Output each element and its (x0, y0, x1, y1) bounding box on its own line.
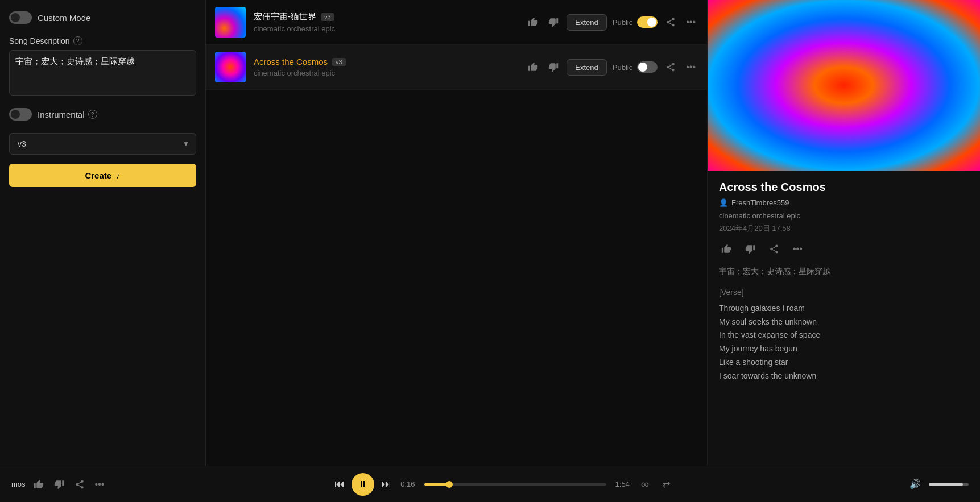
song-title: Across the Cosmos (254, 57, 328, 67)
like-button[interactable] (526, 15, 540, 30)
detail-actions: ••• (719, 242, 969, 256)
cover-image (708, 0, 980, 171)
public-label: Public (613, 63, 632, 72)
detail-dislike-button[interactable] (743, 242, 758, 256)
dislike-button[interactable] (546, 60, 561, 74)
progress-bar[interactable] (424, 483, 606, 486)
right-details: Across the Cosmos 👤 FreshTimbres559 cine… (708, 171, 980, 393)
public-toggle[interactable] (637, 61, 658, 73)
version-select-wrapper: v3 v2 v1 ▼ (9, 133, 196, 155)
lyrics-line: My soul seeks the unknown (719, 316, 969, 329)
more-button[interactable]: ••• (684, 60, 698, 74)
like-button[interactable] (526, 60, 540, 74)
song-thumbnail (215, 7, 246, 38)
end-time: 1:54 (615, 480, 630, 488)
version-select[interactable]: v3 v2 v1 (9, 133, 196, 155)
user-icon: 👤 (719, 198, 728, 207)
instrumental-toggle[interactable] (9, 108, 32, 121)
song-title-row: Across the Cosmos v3 (254, 57, 518, 67)
lyrics-line: Through galaxies I roam (719, 302, 969, 316)
player-center: ⏮ ⏸ ⏭ 0:16 1:54 ∞ ⇄ (115, 473, 891, 496)
player-like-button[interactable] (31, 477, 46, 492)
play-pause-button[interactable]: ⏸ (352, 473, 374, 496)
song-genre: cinematic orchestral epic (254, 69, 518, 77)
player-left-actions: ••• (31, 477, 107, 492)
player-share-button[interactable] (72, 477, 87, 492)
share-button[interactable] (663, 15, 678, 30)
loop-button[interactable]: ∞ (639, 475, 651, 493)
instrumental-label: Instrumental ? (38, 110, 97, 119)
detail-like-button[interactable] (719, 242, 734, 256)
player-controls: ⏮ ⏸ ⏭ (334, 473, 391, 496)
song-description-input[interactable]: 宇宙；宏大；史诗感；星际穿越 (9, 50, 196, 96)
next-button[interactable]: ⏭ (381, 478, 391, 490)
detail-description: 宇宙；宏大；史诗感；星际穿越 (719, 267, 969, 277)
song-info: 宏伟宇宙-猫世界 v3 cinematic orchestral epic (254, 11, 518, 33)
current-time: 0:16 (400, 480, 415, 488)
detail-genre: cinematic orchestral epic (719, 211, 969, 220)
music-icon: ♪ (116, 171, 121, 180)
progress-fill (424, 483, 450, 486)
song-genre: cinematic orchestral epic (254, 24, 518, 33)
song-title-row: 宏伟宇宙-猫世界 v3 (254, 11, 518, 22)
custom-mode-label: Custom Mode (38, 13, 90, 23)
custom-mode-row: Custom Mode (9, 11, 196, 24)
shuffle-button[interactable]: ⇄ (660, 476, 672, 492)
version-badge: v3 (321, 13, 334, 21)
player-more-button[interactable]: ••• (93, 477, 107, 492)
song-item[interactable]: 宏伟宇宙-猫世界 v3 cinematic orchestral epic Ex… (206, 0, 707, 45)
song-info: Across the Cosmos v3 cinematic orchestra… (254, 57, 518, 77)
extend-button[interactable]: Extend (567, 59, 606, 76)
detail-date: 2024年4月20日 17:58 (719, 223, 969, 234)
create-button[interactable]: Create ♪ (9, 164, 196, 187)
lyrics-line: In the vast expanse of space (719, 329, 969, 342)
lyrics-line: Like a shooting star (719, 356, 969, 370)
song-title: 宏伟宇宙-猫世界 (254, 11, 316, 22)
detail-more-button[interactable]: ••• (791, 242, 805, 256)
public-toggle[interactable] (637, 16, 658, 28)
player-bar: mos ••• ⏮ ⏸ ⏭ 0:16 1:54 ∞ ⇄ (0, 466, 980, 502)
player-dislike-button[interactable] (52, 477, 67, 492)
volume-bar[interactable] (929, 483, 969, 486)
dislike-button[interactable] (546, 15, 561, 30)
song-description-label: Song Description ? (9, 36, 196, 45)
detail-title: Across the Cosmos (719, 181, 969, 194)
version-badge: v3 (332, 58, 346, 66)
extend-button[interactable]: Extend (567, 14, 606, 31)
right-panel: Across the Cosmos 👤 FreshTimbres559 cine… (707, 0, 980, 466)
player-track-name: mos (11, 480, 26, 488)
progress-knob (446, 481, 453, 488)
detail-user: 👤 FreshTimbres559 (719, 198, 969, 207)
player-left: mos ••• (11, 477, 106, 492)
volume-icon[interactable]: 🔊 (907, 476, 923, 492)
lyrics: [Verse] Through galaxies I roam My soul … (719, 286, 969, 383)
song-thumbnail (215, 52, 246, 82)
more-button[interactable]: ••• (684, 15, 698, 30)
sidebar: Custom Mode Song Description ? 宇宙；宏大；史诗感… (0, 0, 206, 466)
share-button[interactable] (663, 60, 678, 74)
public-toggle-row: Public (613, 16, 658, 28)
public-toggle-row: Public (613, 61, 658, 73)
center-panel: 宏伟宇宙-猫世界 v3 cinematic orchestral epic Ex… (206, 0, 707, 466)
volume-fill (929, 483, 963, 486)
public-label: Public (613, 18, 632, 27)
instrumental-help-icon[interactable]: ? (88, 110, 97, 119)
lyrics-line: I soar towards the unknown (719, 370, 969, 383)
previous-button[interactable]: ⏮ (334, 478, 345, 490)
detail-share-button[interactable] (767, 242, 781, 256)
custom-mode-toggle[interactable] (9, 11, 32, 24)
lyrics-section: [Verse] (719, 286, 969, 300)
song-actions: Extend Public ••• (526, 59, 698, 76)
player-right: 🔊 (900, 476, 969, 492)
song-description-help-icon[interactable]: ? (73, 36, 82, 45)
instrumental-row: Instrumental ? (9, 108, 196, 121)
song-item[interactable]: Across the Cosmos v3 cinematic orchestra… (206, 45, 707, 90)
song-actions: Extend Public ••• (526, 14, 698, 31)
lyrics-line: My journey has begun (719, 342, 969, 356)
